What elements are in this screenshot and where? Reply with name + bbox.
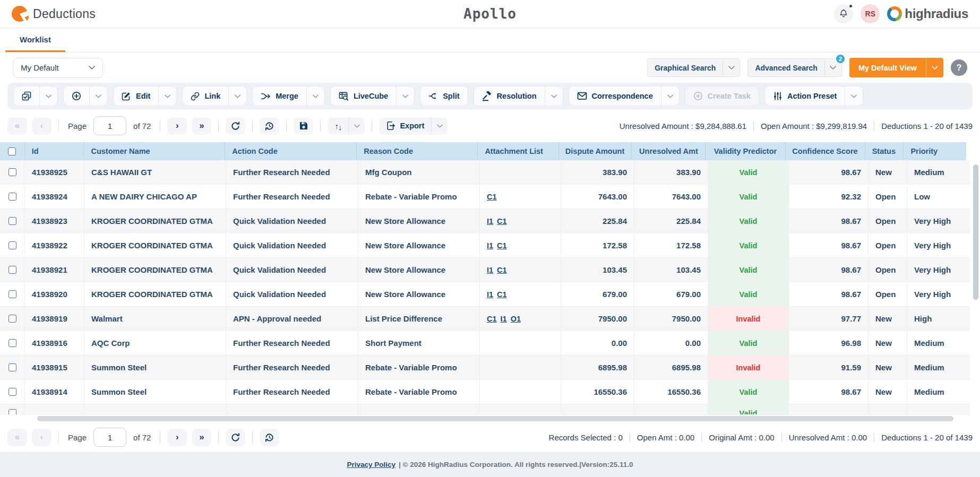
attachment-link[interactable]: C1 xyxy=(487,193,497,201)
vertical-scrollbar-thumb[interactable] xyxy=(973,164,978,300)
select-all-checkbox[interactable] xyxy=(8,148,16,155)
column-header-validity[interactable]: Validity Predictor xyxy=(706,142,786,160)
table-row[interactable]: 41938922KROGER COORDINATED GTMAQuick Val… xyxy=(0,233,970,258)
select-multiple-caret[interactable] xyxy=(39,86,57,106)
resolution-caret[interactable] xyxy=(545,86,563,106)
refresh-button[interactable] xyxy=(226,117,245,135)
column-header-attachments[interactable]: Attachment List xyxy=(478,142,558,160)
page-number-input[interactable] xyxy=(93,116,126,135)
my-default-view-caret[interactable] xyxy=(926,58,943,77)
horizontal-scrollbar-thumb[interactable] xyxy=(37,416,953,421)
row-checkbox[interactable] xyxy=(8,168,16,176)
column-header-id[interactable]: Id xyxy=(25,142,84,160)
link-button[interactable]: Link xyxy=(182,86,247,106)
resolution-button[interactable]: Resolution xyxy=(474,86,563,106)
table-row[interactable]: 41938921KROGER COORDINATED GTMAQuick Val… xyxy=(0,258,970,282)
select-multiple-button[interactable] xyxy=(13,86,58,106)
previous-page-button[interactable]: ‹ xyxy=(32,117,51,135)
attachment-link[interactable]: I1 xyxy=(487,217,493,226)
previous-page-button[interactable]: ‹ xyxy=(32,429,51,446)
column-header-action[interactable]: Action Code xyxy=(225,142,357,160)
tab-worklist[interactable]: Worklist xyxy=(5,28,65,52)
column-header-reason[interactable]: Reason Code xyxy=(357,142,478,160)
add-button[interactable] xyxy=(63,86,108,106)
attachment-link[interactable]: I1 xyxy=(487,241,493,250)
attachment-link[interactable]: I1 xyxy=(487,290,493,299)
row-checkbox[interactable] xyxy=(8,193,16,201)
attachment-link[interactable]: C1 xyxy=(497,241,507,250)
attachment-link[interactable]: C1 xyxy=(497,266,507,274)
next-page-button[interactable]: › xyxy=(167,117,187,135)
last-page-button[interactable]: » xyxy=(192,429,211,446)
column-header-status[interactable]: Status xyxy=(865,142,904,160)
row-checkbox[interactable] xyxy=(8,290,16,298)
row-checkbox[interactable] xyxy=(8,217,16,225)
export-caret[interactable] xyxy=(431,117,448,135)
table-row[interactable]: Valid xyxy=(0,404,970,415)
column-header-customer[interactable]: Customer Name xyxy=(84,142,225,160)
graphical-search-button[interactable]: Graphical Search xyxy=(647,58,740,77)
refresh-button[interactable] xyxy=(226,429,245,446)
attachment-link[interactable]: I1 xyxy=(501,315,507,323)
correspondence-button[interactable]: Correspondence xyxy=(569,86,680,106)
correspondence-caret[interactable] xyxy=(661,86,679,106)
vertical-scrollbar[interactable] xyxy=(973,160,978,415)
my-default-view-button[interactable]: My Default View xyxy=(849,58,943,77)
link-caret[interactable] xyxy=(228,86,246,106)
view-select[interactable]: My Default xyxy=(13,58,103,78)
notifications-button[interactable] xyxy=(834,4,853,23)
column-header-dispute[interactable]: Dispute Amount xyxy=(559,142,632,160)
merge-caret[interactable] xyxy=(306,86,324,106)
sort-caret[interactable] xyxy=(348,117,365,135)
save-layout-button[interactable] xyxy=(294,117,313,135)
advanced-search-button[interactable]: Advanced Search 2 xyxy=(747,58,842,77)
livecube-button[interactable]: LiveCube xyxy=(330,86,415,106)
attachment-link[interactable]: C1 xyxy=(497,290,507,299)
table-row[interactable]: 41938919WalmartAPN - Approval neededList… xyxy=(0,307,970,331)
table-row[interactable]: 41938925C&S HAWAII GTFurther Research Ne… xyxy=(0,160,970,185)
row-checkbox[interactable] xyxy=(8,266,16,274)
graphical-search-caret[interactable] xyxy=(723,59,740,76)
row-checkbox[interactable] xyxy=(8,241,16,249)
split-button[interactable]: Split xyxy=(420,86,468,106)
table-row[interactable]: 41938915Summon SteelFurther Research Nee… xyxy=(0,355,970,380)
row-checkbox[interactable] xyxy=(8,315,16,323)
table-row[interactable]: 41938924A NEW DAIRY CHICAGO APFurther Re… xyxy=(0,185,970,209)
page-number-input[interactable] xyxy=(93,428,126,447)
row-checkbox[interactable] xyxy=(8,339,16,347)
history-button[interactable] xyxy=(260,429,279,446)
history-button[interactable] xyxy=(260,117,279,135)
action-preset-caret[interactable] xyxy=(845,86,863,106)
table-row[interactable]: 41938920KROGER COORDINATED GTMAQuick Val… xyxy=(0,282,970,307)
livecube-caret[interactable] xyxy=(396,86,414,106)
table-row[interactable]: 41938914Summon SteelFurther Research Nee… xyxy=(0,380,970,404)
privacy-policy-link[interactable]: Privacy Policy xyxy=(347,461,396,469)
first-page-button[interactable]: « xyxy=(7,117,27,135)
attachment-link[interactable]: C1 xyxy=(487,315,497,323)
horizontal-scrollbar[interactable] xyxy=(0,415,980,422)
export-button[interactable]: Export xyxy=(379,117,448,135)
add-caret[interactable] xyxy=(89,86,107,106)
edit-caret[interactable] xyxy=(158,86,176,106)
attachment-link[interactable]: I1 xyxy=(487,266,493,274)
merge-button[interactable]: Merge xyxy=(252,86,325,106)
avatar[interactable]: RS xyxy=(861,4,880,23)
row-checkbox[interactable] xyxy=(8,388,16,396)
first-page-button[interactable]: « xyxy=(7,429,27,446)
last-page-button[interactable]: » xyxy=(192,117,211,135)
column-header-priority[interactable]: Priority xyxy=(904,142,966,160)
column-header-unresolved[interactable]: Unresolved Amt xyxy=(632,142,705,160)
action-preset-button[interactable]: Action Preset xyxy=(764,86,863,106)
attachment-link[interactable]: O1 xyxy=(511,315,521,323)
attachment-link[interactable]: C1 xyxy=(497,217,507,226)
table-row[interactable]: 41938923KROGER COORDINATED GTMAQuick Val… xyxy=(0,209,970,233)
create-task-button[interactable]: Create Task xyxy=(685,86,759,106)
sort-button[interactable]: ↑↓ xyxy=(328,117,365,135)
row-checkbox[interactable] xyxy=(8,363,16,371)
row-checkbox[interactable] xyxy=(8,409,16,414)
edit-button[interactable]: Edit xyxy=(113,86,177,106)
column-header-confidence[interactable]: Confidence Score xyxy=(786,142,865,160)
help-button[interactable]: ? xyxy=(951,59,967,76)
next-page-button[interactable]: › xyxy=(167,429,187,446)
table-row[interactable]: 41938916AQC CorpFurther Research NeededS… xyxy=(0,331,970,355)
